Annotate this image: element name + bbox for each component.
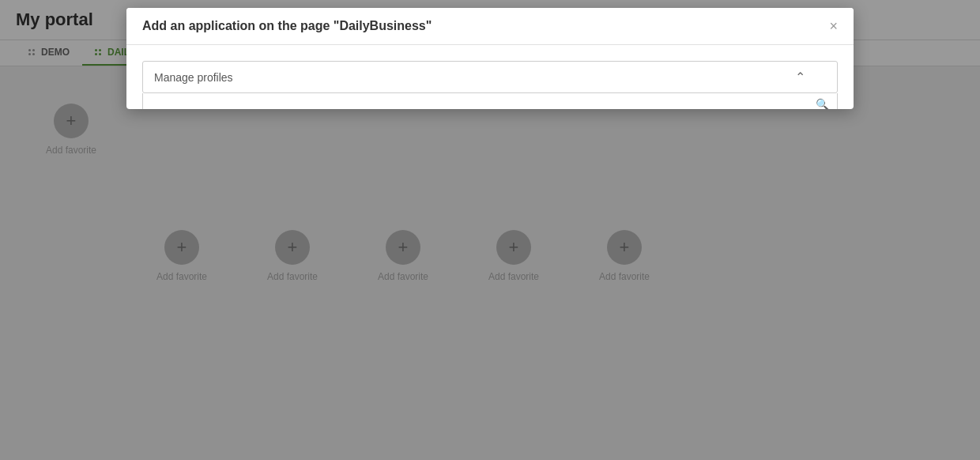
app-select-wrapper: Manage profiles ⌃ 🔍 ⚙ Automa bbox=[142, 61, 838, 93]
search-icon: 🔍 bbox=[816, 98, 829, 109]
dropdown-panel: 🔍 ⚙ Automation ├ Manage automata bbox=[142, 93, 838, 109]
modal-close-button[interactable]: × bbox=[829, 19, 838, 33]
modal-title: Add an application on the page "DailyBus… bbox=[142, 19, 432, 33]
chevron-up-icon: ⌃ bbox=[795, 70, 805, 85]
modal-overlay: Add an application on the page "DailyBus… bbox=[0, 0, 980, 460]
search-row: 🔍 bbox=[143, 93, 837, 109]
modal-header: Add an application on the page "DailyBus… bbox=[126, 8, 854, 45]
app-select-display[interactable]: Manage profiles ⌃ bbox=[142, 61, 838, 93]
modal-body: Manage profiles ⌃ 🔍 ⚙ Automa bbox=[126, 45, 854, 109]
select-current-value: Manage profiles bbox=[154, 71, 233, 84]
dropdown-search-input[interactable] bbox=[151, 98, 816, 109]
modal-dialog: Add an application on the page "DailyBus… bbox=[126, 8, 854, 109]
